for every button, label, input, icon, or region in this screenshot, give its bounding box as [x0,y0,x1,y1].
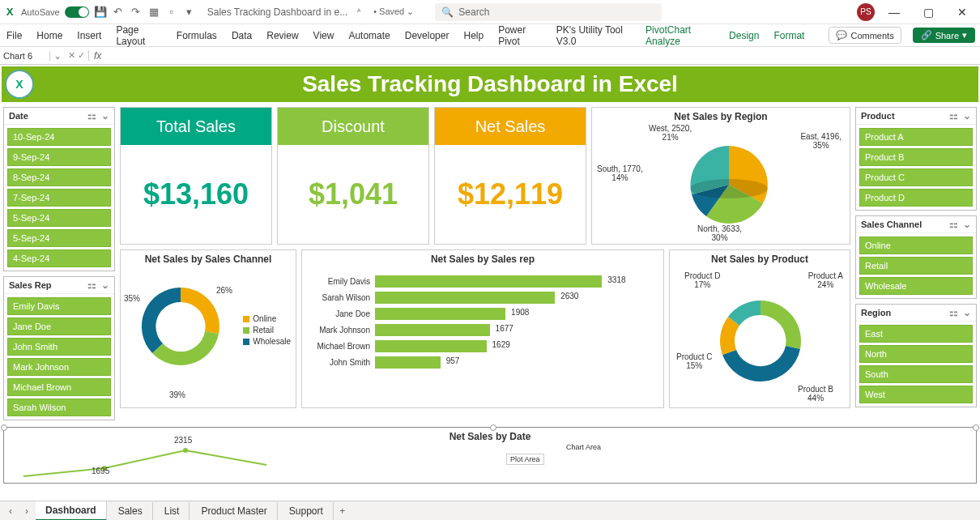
chart-date-title: Net Sales by Date [7,431,973,442]
slicer-item[interactable]: 5-Sep-24 [7,209,111,227]
qat-dropdown-icon[interactable]: ▾ [183,6,196,19]
grid-icon[interactable]: ▦ [147,6,160,19]
chart-channel[interactable]: Net Sales by Sales Channel 26% 39% 35% O… [120,249,296,408]
slicer-product[interactable]: Product⚏⌄ Product AProduct BProduct CPro… [855,107,977,211]
doc-title[interactable]: Sales Tracking Dashboard in e... [207,6,347,18]
multiselect-icon[interactable]: ⚏ [949,219,958,230]
sheet-tabs: ‹ › Dashboard Sales List Product Master … [0,501,980,520]
slicer-item[interactable]: Product D [859,189,973,207]
slicer-item[interactable]: East [859,325,973,343]
tab-page-layout[interactable]: Page Layout [114,21,163,50]
slicer-item[interactable]: Mark Johnson [7,358,111,376]
share-button[interactable]: 🔗 Share ▾ [913,28,975,43]
selection-handle[interactable] [490,424,496,431]
multiselect-icon[interactable]: ⚏ [87,110,96,121]
slicer-item[interactable]: Retail [859,257,973,275]
clear-filter-icon[interactable]: ⌄ [101,279,109,291]
border-icon[interactable]: ▫ [165,6,178,19]
maximize-button[interactable]: ▢ [914,1,943,23]
minimize-button[interactable]: — [880,1,909,23]
slicer-item[interactable]: Michael Brown [7,378,111,396]
redo-icon[interactable]: ↷ [130,6,143,19]
tab-power-pivot[interactable]: Power Pivot [496,21,543,50]
sensitivity-icon[interactable]: ᴬ [352,6,365,19]
comments-button[interactable]: 💬 Comments [829,27,901,44]
slicer-item[interactable]: Emily Davis [7,297,111,315]
sheet-tab-sales[interactable]: Sales [109,502,153,520]
undo-icon[interactable]: ↶ [112,6,125,19]
slicer-item[interactable]: 8-Sep-24 [7,168,111,186]
tab-insert[interactable]: Insert [75,27,103,45]
selection-handle[interactable] [973,424,979,431]
slicer-item[interactable]: Product B [859,148,973,166]
slicer-date[interactable]: Date⚏⌄ 10-Sep-249-Sep-248-Sep-247-Sep-24… [3,107,115,271]
slicer-rep[interactable]: Sales Rep⚏⌄ Emily DavisJane DoeJohn Smit… [3,276,115,420]
slicer-item[interactable]: 5-Sep-24 [7,229,111,247]
bar-label: Mark Johnson [309,326,370,335]
autosave-label: AutoSave [21,7,60,17]
close-button[interactable]: ✕ [948,1,977,23]
tab-utility[interactable]: PK's Utility Tool V3.0 [555,21,633,50]
slicer-item[interactable]: 9-Sep-24 [7,148,111,166]
tab-format[interactable]: Format [772,27,806,45]
tab-developer[interactable]: Developer [403,27,451,45]
slicer-channel[interactable]: Sales Channel⚏⌄ OnlineRetailWholesale [855,215,977,299]
sheet-prev-icon[interactable]: ‹ [3,505,18,517]
slicer-item[interactable]: John Smith [7,338,111,356]
slicer-item[interactable]: South [859,365,973,383]
name-box[interactable]: Chart 6 [0,51,50,61]
slicer-item[interactable]: Wholesale [859,277,973,295]
saved-indicator[interactable]: • Saved ⌄ [373,6,414,17]
accept-formula-icon[interactable]: ✓ [78,50,85,61]
tab-design[interactable]: Design [727,27,761,45]
tab-automate[interactable]: Automate [347,27,391,45]
clear-filter-icon[interactable]: ⌄ [963,307,971,318]
fx-label[interactable]: fx [89,50,106,62]
clear-filter-icon[interactable]: ⌄ [963,110,971,121]
search-input[interactable]: 🔍 Search [435,3,662,21]
svg-point-0 [690,179,768,198]
sheet-tab-list[interactable]: List [155,502,190,520]
tab-review[interactable]: Review [265,27,300,45]
cancel-formula-icon[interactable]: ✕ [68,50,75,61]
slicer-item[interactable]: North [859,345,973,363]
sheet-tab-product-master[interactable]: Product Master [191,502,277,520]
slicer-item[interactable]: 4-Sep-24 [7,249,111,267]
slicer-item[interactable]: Sarah Wilson [7,399,111,416]
clear-filter-icon[interactable]: ⌄ [101,110,109,121]
tab-view[interactable]: View [312,27,336,45]
slicer-region[interactable]: Region⚏⌄ EastNorthSouthWest [855,304,977,407]
slicer-item[interactable]: 7-Sep-24 [7,189,111,207]
multiselect-icon[interactable]: ⚏ [949,110,958,121]
save-icon[interactable]: 💾 [94,6,107,19]
add-sheet-icon[interactable]: + [335,505,350,517]
sheet-tab-support[interactable]: Support [279,502,334,520]
slicer-item[interactable]: West [859,386,973,403]
tab-pivotchart-analyze[interactable]: PivotChart Analyze [644,21,716,50]
user-avatar[interactable]: PS [857,3,875,21]
tab-data[interactable]: Data [230,27,254,45]
slicer-item[interactable]: Product A [859,128,973,146]
sheet-next-icon[interactable]: › [19,505,34,517]
chart-product[interactable]: Net Sales by Product Product A24% Produc… [669,249,850,408]
name-box-dropdown-icon[interactable]: ⌄ [50,50,65,62]
autosave-toggle[interactable] [65,6,89,18]
tab-help[interactable]: Help [462,27,485,45]
tab-file[interactable]: File [5,27,23,45]
slicer-item[interactable]: 10-Sep-24 [7,128,111,146]
chart-region[interactable]: Net Sales by Region East, 4196,35% North… [591,107,850,245]
multiselect-icon[interactable]: ⚏ [87,279,96,291]
bar-label: Jane Doe [309,309,370,318]
slicer-item[interactable]: Jane Doe [7,318,111,335]
multiselect-icon[interactable]: ⚏ [949,307,958,318]
tab-home[interactable]: Home [35,27,64,45]
chart-rep[interactable]: Net Sales by Sales rep Emily Davis 3318S… [301,249,664,408]
sheet-tab-dashboard[interactable]: Dashboard [36,501,107,521]
selection-handle[interactable] [1,424,7,431]
chart-date[interactable]: Net Sales by Date 1695 2315 Plot Area Ch… [3,427,977,484]
clear-filter-icon[interactable]: ⌄ [963,219,971,230]
tab-formulas[interactable]: Formulas [175,27,219,45]
product-b-label: Product B44% [798,385,833,403]
slicer-item[interactable]: Online [859,237,973,254]
slicer-item[interactable]: Product C [859,168,973,186]
